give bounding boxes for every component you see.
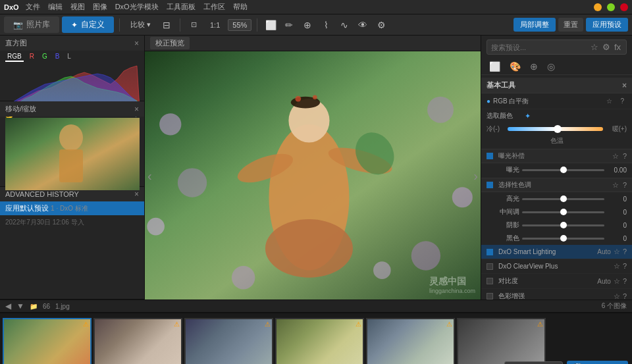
color-right-icon[interactable]: 🎨 bbox=[507, 60, 523, 73]
smart-lighting-checkbox[interactable] bbox=[487, 249, 493, 255]
tab-customize[interactable]: ✦ 自定义 bbox=[62, 16, 114, 33]
temp-slider-thumb[interactable] bbox=[554, 125, 562, 133]
apply-preset-button[interactable]: 应用预设 bbox=[586, 18, 628, 32]
eyedropper-icon[interactable]: ✦ bbox=[525, 112, 531, 120]
history-step: 1 · DxO 标准 bbox=[51, 205, 88, 212]
midtone-track[interactable] bbox=[522, 211, 604, 213]
menu-tools[interactable]: 工具面板 bbox=[167, 2, 196, 12]
filter-icon[interactable]: ▼ bbox=[16, 301, 24, 311]
menu-bar[interactable]: 文件 编辑 视图 图像 DxO光学模块 工具面板 工作区 帮助 bbox=[26, 2, 248, 12]
navigation-back-icon[interactable]: ◀ bbox=[5, 301, 11, 311]
film-thumb-4[interactable]: ⚠ 4.jpg bbox=[275, 318, 364, 365]
shadow-row: 阴影 0 bbox=[481, 219, 632, 232]
close-button[interactable] bbox=[620, 3, 628, 11]
exposure-checkbox[interactable] bbox=[487, 153, 493, 159]
black-track[interactable] bbox=[522, 238, 604, 240]
pen-tool-icon[interactable]: ✏ bbox=[281, 17, 297, 33]
temp-label: 色温 bbox=[481, 136, 632, 147]
hist-tab-b[interactable]: B bbox=[53, 52, 62, 62]
tab-library[interactable]: 📷 照片库 bbox=[4, 16, 59, 33]
film-thumb-2[interactable]: ⚠ 2.jpg bbox=[93, 318, 182, 365]
midtone-thumb[interactable] bbox=[560, 209, 567, 215]
lens-right-icon[interactable]: ◎ bbox=[544, 60, 558, 73]
clearview-checkbox[interactable] bbox=[487, 263, 493, 270]
hist-tab-g[interactable]: G bbox=[40, 52, 49, 62]
highlight-thumb[interactable] bbox=[560, 195, 567, 202]
exposure-slider-thumb[interactable] bbox=[560, 167, 567, 173]
contrast-checkbox[interactable] bbox=[487, 278, 493, 284]
fx-icon[interactable]: fx bbox=[614, 42, 621, 52]
history-item-1[interactable]: 应用默认预设 1 · DxO 标准 bbox=[0, 201, 144, 215]
curve-tool-icon[interactable]: ∿ bbox=[336, 17, 352, 33]
maximize-button[interactable] bbox=[607, 3, 615, 11]
settings-icon[interactable]: ⚙ bbox=[602, 42, 610, 52]
color-boost-checkbox[interactable] bbox=[487, 293, 493, 299]
hist-tab-l[interactable]: L bbox=[65, 52, 73, 62]
menu-workspace[interactable]: 工作区 bbox=[203, 2, 225, 12]
reset-button[interactable]: 重置 bbox=[558, 18, 583, 32]
film-thumb-3[interactable]: ⚠ 3.jpg bbox=[184, 318, 273, 365]
nik-collection-button[interactable]: Nik Collection bbox=[504, 361, 563, 365]
basic-close-button[interactable]: × bbox=[622, 81, 627, 90]
film-thumb-1[interactable]: ⚠ 1.jpg bbox=[3, 318, 92, 365]
correct-preview-button[interactable]: 校正预览 bbox=[150, 37, 190, 49]
menu-edit[interactable]: 编辑 bbox=[48, 2, 63, 12]
next-image-button[interactable]: › bbox=[473, 168, 478, 183]
crop-button[interactable]: ⊡ bbox=[186, 18, 202, 31]
white-balance-row: ● RGB 白平衡 ☆ ? bbox=[481, 93, 632, 109]
horizon-tool-icon[interactable]: ⌇ bbox=[318, 17, 334, 33]
hist-tab-r[interactable]: R bbox=[28, 52, 36, 62]
shadow-track[interactable] bbox=[522, 224, 604, 226]
selective-tone-help[interactable]: ? bbox=[623, 181, 627, 190]
prev-image-button[interactable]: ‹ bbox=[147, 168, 152, 183]
black-thumb[interactable] bbox=[560, 235, 567, 242]
split-view-button[interactable]: ⊟ bbox=[159, 17, 174, 33]
menu-dxo-optics[interactable]: DxO光学模块 bbox=[115, 2, 159, 12]
minimize-button[interactable] bbox=[594, 3, 602, 11]
wb-star[interactable]: ☆ bbox=[604, 96, 615, 106]
navigator-close-button[interactable]: × bbox=[134, 105, 139, 114]
clearview-help[interactable]: ? bbox=[623, 262, 627, 271]
one-to-one-button[interactable]: 1:1 bbox=[205, 19, 225, 31]
contrast-star[interactable]: ☆ bbox=[614, 277, 620, 286]
crop-right-icon[interactable]: ⬜ bbox=[487, 60, 503, 73]
export-button[interactable]: 💾 导出到磁盘 bbox=[567, 361, 628, 364]
hist-tab-rgb[interactable]: RGB bbox=[5, 52, 24, 62]
selective-tone-star[interactable]: ☆ bbox=[612, 181, 619, 190]
menu-help[interactable]: 帮助 bbox=[233, 2, 248, 12]
histogram-close-button[interactable]: × bbox=[134, 39, 139, 48]
stamp-tool-icon[interactable]: ⊕ bbox=[300, 17, 315, 33]
smart-lighting-star[interactable]: ☆ bbox=[614, 247, 620, 256]
window-controls[interactable] bbox=[594, 3, 628, 11]
color-temp-track[interactable] bbox=[508, 127, 603, 131]
smart-lighting-help[interactable]: ? bbox=[623, 247, 627, 256]
selective-tone-title: 选择性色调 bbox=[498, 180, 531, 190]
film-thumb-5[interactable]: ⚠ 5.jpg bbox=[366, 318, 455, 365]
compare-button[interactable]: 比较 ▾ bbox=[125, 18, 156, 32]
shadow-thumb[interactable] bbox=[560, 222, 567, 228]
highlight-track[interactable] bbox=[522, 198, 604, 200]
clearview-star[interactable]: ☆ bbox=[614, 262, 620, 271]
film-thumb-6[interactable]: ⚠ 6.jpg bbox=[457, 318, 546, 365]
detail-right-icon[interactable]: ⊕ bbox=[527, 60, 540, 73]
search-input[interactable] bbox=[491, 43, 591, 51]
history-close-button[interactable]: × bbox=[134, 190, 139, 199]
exposure-slider-track[interactable] bbox=[522, 169, 604, 171]
selective-tone-checkbox[interactable] bbox=[487, 182, 493, 188]
menu-file[interactable]: 文件 bbox=[26, 2, 40, 12]
contrast-help[interactable]: ? bbox=[623, 277, 627, 286]
star-icon[interactable]: ☆ bbox=[591, 42, 598, 52]
gear-icon[interactable]: ⚙ bbox=[373, 17, 389, 33]
local-adjustment-button[interactable]: 局部调整 bbox=[514, 18, 556, 32]
menu-view[interactable]: 视图 bbox=[70, 2, 85, 12]
exposure-star[interactable]: ☆ bbox=[612, 152, 619, 161]
exposure-help[interactable]: ? bbox=[623, 152, 627, 161]
preset-search[interactable]: ☆ ⚙ fx bbox=[487, 39, 627, 55]
wb-help[interactable]: ? bbox=[618, 96, 627, 106]
eye-tool-icon[interactable]: 👁 bbox=[355, 17, 371, 33]
color-boost-star[interactable]: ☆ bbox=[614, 292, 620, 300]
crop-tool-icon[interactable]: ⬜ bbox=[263, 17, 278, 33]
menu-image[interactable]: 图像 bbox=[93, 2, 107, 12]
color-boost-help[interactable]: ? bbox=[623, 292, 627, 300]
histogram-tabs[interactable]: RGB R G B L bbox=[0, 51, 144, 63]
